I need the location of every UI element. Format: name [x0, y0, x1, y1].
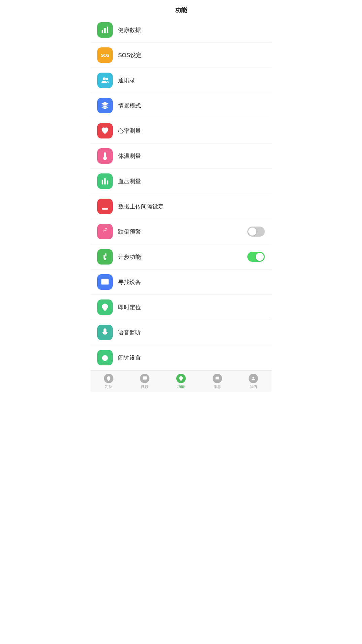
- step-count-icon: [97, 249, 113, 265]
- svg-point-10: [105, 228, 107, 229]
- heart-rate-label: 心率测量: [118, 127, 265, 135]
- menu-list: 健康数据SOSSOS设定通讯录情景模式心率测量体温测量血压测量数据上传间隔设定跌…: [90, 17, 272, 370]
- page-title: 功能: [90, 0, 272, 17]
- realtime-location-icon: [97, 299, 113, 315]
- nav-label-chat: 微聊: [141, 384, 148, 389]
- menu-item-find-device[interactable]: 寻找设备: [90, 270, 272, 295]
- data-upload-icon: [97, 199, 113, 214]
- svg-rect-7: [102, 180, 103, 185]
- nav-label-message: 消息: [214, 384, 221, 389]
- heart-rate-icon: [97, 123, 113, 138]
- scene-mode-icon: [97, 98, 113, 113]
- sos-setting-label: SOS设定: [118, 51, 265, 59]
- nav-icon-location: [104, 374, 113, 383]
- menu-item-contacts[interactable]: 通讯录: [90, 68, 272, 93]
- fall-warning-toggle[interactable]: [247, 227, 265, 237]
- menu-item-sos-setting[interactable]: SOSSOS设定: [90, 43, 272, 68]
- svg-point-19: [253, 376, 254, 378]
- nav-label-mine: 我的: [250, 384, 257, 389]
- contacts-label: 通讯录: [118, 77, 265, 84]
- find-device-label: 寻找设备: [118, 278, 265, 286]
- bottom-nav: 定位微聊功能消息我的: [90, 370, 272, 392]
- fall-warning-label: 跌倒预警: [118, 228, 247, 236]
- step-count-label: 计步功能: [118, 253, 247, 261]
- svg-rect-1: [104, 28, 106, 33]
- svg-rect-9: [107, 180, 108, 185]
- nav-icon-message: [213, 374, 222, 383]
- menu-item-fall-warning[interactable]: 跌倒预警: [90, 219, 272, 244]
- menu-item-heart-rate[interactable]: 心率测量: [90, 118, 272, 144]
- alarm-setting-label: 闹钟设置: [118, 354, 265, 362]
- temperature-icon: [97, 148, 113, 164]
- menu-item-temperature[interactable]: 体温测量: [90, 144, 272, 169]
- nav-item-mine[interactable]: 我的: [246, 372, 261, 391]
- nav-icon-function: [176, 374, 186, 383]
- data-upload-label: 数据上传间隔设定: [118, 203, 265, 210]
- voice-monitor-icon: [97, 325, 113, 340]
- step-count-toggle[interactable]: [247, 252, 265, 262]
- nav-label-function: 功能: [177, 384, 185, 389]
- health-data-label: 健康数据: [118, 26, 265, 34]
- temperature-label: 体温测量: [118, 152, 265, 160]
- sos-setting-icon: SOS: [97, 47, 113, 63]
- nav-item-message[interactable]: 消息: [210, 372, 225, 391]
- alarm-setting-icon: [97, 350, 113, 365]
- realtime-location-label: 即时定位: [118, 304, 265, 311]
- menu-item-blood-pressure[interactable]: 血压测量: [90, 169, 272, 194]
- menu-item-realtime-location[interactable]: 即时定位: [90, 295, 272, 320]
- svg-point-3: [103, 77, 106, 80]
- find-device-icon: [97, 274, 113, 290]
- health-data-icon: [97, 22, 113, 38]
- menu-item-scene-mode[interactable]: 情景模式: [90, 93, 272, 118]
- nav-icon-chat: [140, 374, 149, 383]
- scene-mode-label: 情景模式: [118, 102, 265, 110]
- menu-item-alarm-setting[interactable]: 闹钟设置: [90, 345, 272, 370]
- svg-point-12: [104, 281, 106, 283]
- nav-item-chat[interactable]: 微聊: [137, 372, 152, 391]
- svg-point-4: [106, 78, 108, 80]
- fall-warning-icon: [97, 224, 113, 239]
- blood-pressure-label: 血压测量: [118, 177, 265, 185]
- svg-rect-8: [104, 178, 106, 184]
- menu-item-data-upload[interactable]: 数据上传间隔设定: [90, 194, 272, 219]
- menu-item-health-data[interactable]: 健康数据: [90, 17, 272, 43]
- svg-rect-2: [107, 27, 108, 33]
- nav-label-location: 定位: [105, 384, 112, 389]
- blood-pressure-icon: [97, 173, 113, 189]
- nav-item-function[interactable]: 功能: [174, 372, 188, 391]
- nav-item-location[interactable]: 定位: [101, 372, 116, 391]
- contacts-icon: [97, 73, 113, 88]
- menu-item-step-count[interactable]: 计步功能: [90, 244, 272, 270]
- menu-item-voice-monitor[interactable]: 语音监听: [90, 320, 272, 345]
- svg-rect-0: [102, 30, 103, 33]
- voice-monitor-label: 语音监听: [118, 329, 265, 336]
- nav-icon-mine: [249, 374, 258, 383]
